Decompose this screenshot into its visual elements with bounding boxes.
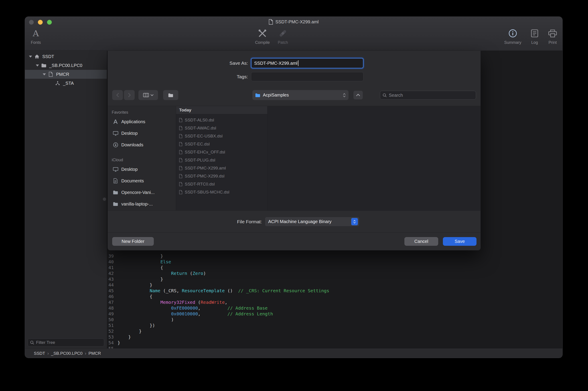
chevron-up-icon — [356, 94, 360, 96]
file-item-label: SSDT-EC-USBX.dsl — [185, 134, 223, 139]
up-button[interactable] — [353, 91, 363, 99]
code-line: 49 0x00010000, // Address Length — [107, 311, 562, 317]
file-item-ssdt-ec-dsl[interactable]: SSDT-EC.dsl — [176, 140, 267, 148]
forward-button[interactable] — [124, 90, 135, 100]
preview-column — [267, 106, 480, 210]
search-icon — [383, 93, 387, 98]
chevron-right-icon — [128, 93, 131, 98]
save-button[interactable]: Save — [443, 237, 476, 246]
file-item-ssdt-awac-dsl[interactable]: SSDT-AWAC.dsl — [176, 124, 267, 132]
tree-sidebar: SSDT_SB.PC00.LPC0PMCR_STA Filter Tree — [25, 51, 107, 348]
filter-tree-input[interactable]: Filter Tree — [28, 339, 104, 347]
search-field[interactable]: Search — [380, 91, 476, 100]
view-mode-button[interactable] — [138, 90, 158, 100]
tree-item-sb-pc00-lpc0[interactable]: _SB.PC00.LPC0 — [25, 61, 107, 70]
code-line: 44 } — [107, 282, 562, 288]
file-icon — [179, 134, 183, 138]
tree-item-sta[interactable]: _STA — [25, 79, 107, 88]
folder-icon — [255, 93, 260, 98]
files-list: SSDT-ALS0.dslSSDT-AWAC.dslSSDT-EC-USBX.d… — [176, 114, 267, 196]
code-text: Else — [118, 259, 171, 265]
sheet-sidebar-item-label: Documents — [121, 178, 144, 184]
code-line: 43 } — [107, 276, 562, 282]
tree-item-label: _STA — [63, 81, 74, 86]
sheet-sidebar-section-header: Favorites — [108, 109, 176, 116]
toolbar-patch-label: Patch — [273, 40, 293, 45]
toolbar-compile-button[interactable]: Compile — [252, 26, 272, 49]
sheet-sidebar-section-header: iCloud — [108, 156, 176, 164]
line-number: 55 — [107, 346, 114, 348]
disclosure-triangle-icon[interactable] — [36, 65, 41, 67]
file-item-ssdt-als0-dsl[interactable]: SSDT-ALS0.dsl — [176, 116, 267, 124]
sheet-sidebar-item-applications[interactable]: Applications — [108, 116, 176, 127]
tags-input[interactable] — [251, 72, 363, 81]
file-item-ssdt-ec-usbx-dsl[interactable]: SSDT-EC-USBX.dsl — [176, 132, 267, 140]
tree-item-pmcr[interactable]: PMCR — [25, 70, 107, 79]
desktop-icon — [113, 131, 118, 136]
sheet-sidebar-item-documents[interactable]: Documents — [108, 175, 176, 187]
sheet-sidebar-item-downloads[interactable]: Downloads — [108, 139, 176, 151]
file-item-ssdt-plug-dsl[interactable]: SSDT-PLUG.dsl — [176, 156, 267, 164]
tree-item-ssdt[interactable]: SSDT — [25, 52, 107, 61]
file-icon — [179, 166, 183, 170]
code-text: Return (Zero) — [118, 271, 206, 276]
save-as-value: SSDT-PMC-X299.aml — [254, 61, 298, 66]
search-icon — [30, 341, 34, 345]
applications-icon — [113, 119, 118, 124]
code-text: 0xFE000000, // Address Base — [118, 305, 267, 311]
sheet-sidebar-item-label: Opencore-Vani... — [121, 190, 155, 195]
sheet-sidebar-item-desktop[interactable]: Desktop — [108, 164, 176, 175]
code-line: 46 { — [107, 293, 562, 299]
chevron-left-icon — [116, 93, 119, 98]
code-text: }) — [118, 322, 155, 328]
cancel-button[interactable]: Cancel — [404, 237, 438, 246]
sheet-sidebar-item-vanilla-laptop[interactable]: vanilla-laptop-... — [108, 198, 176, 210]
file-item-ssdt-ehcx-off-dsl[interactable]: SSDT-EHCx_OFF.dsl — [176, 148, 267, 156]
line-number: 41 — [107, 265, 114, 271]
new-folder-button[interactable]: New Folder — [112, 237, 154, 246]
save-dialog-sheet: Save As: SSDT-PMC-X299.aml Tags: AcpiSam… — [108, 51, 481, 250]
save-as-input[interactable]: SSDT-PMC-X299.aml — [251, 58, 363, 68]
sheet-sidebar-item-desktop[interactable]: Desktop — [108, 127, 176, 139]
sheet-sidebar-item-opencore-vani[interactable]: Opencore-Vani... — [108, 187, 176, 198]
toolbar-compile-label: Compile — [252, 40, 272, 45]
file-browser: FavoritesApplicationsDesktopDownloadsiCl… — [108, 106, 480, 211]
print-icon — [544, 26, 562, 40]
chevron-down-icon — [150, 94, 154, 96]
file-item-label: SSDT-PLUG.dsl — [185, 158, 215, 163]
titlebar: SSDT-PMC-X299.aml A Fonts Compile Patch … — [25, 17, 562, 51]
file-icon — [179, 150, 183, 154]
toolbar-fonts-button[interactable]: A Fonts — [25, 26, 47, 49]
file-item-ssdt-rtc0-dsl[interactable]: SSDT-RTC0.dsl — [176, 180, 267, 188]
file-item-ssdt-sbus-mchc-dsl[interactable]: SSDT-SBUS-MCHC.dsl — [176, 188, 267, 196]
file-item-ssdt-pmc-x299-aml[interactable]: SSDT-PMC-X299.aml — [176, 164, 267, 172]
file-icon — [179, 182, 183, 186]
file-item-label: SSDT-RTC0.dsl — [185, 182, 215, 187]
splitter-handle[interactable] — [103, 197, 106, 201]
file-icon — [179, 190, 183, 195]
toolbar-print-button[interactable]: Print — [544, 26, 562, 49]
line-number: 40 — [107, 259, 114, 265]
file-format-popup[interactable]: ACPI Machine Language Binary — [265, 217, 359, 226]
line-number: 50 — [107, 317, 114, 322]
disclosure-triangle-icon[interactable] — [29, 56, 34, 58]
sheet-sidebar-item-label: vanilla-laptop-... — [121, 201, 153, 207]
toolbar-patch-button[interactable]: Patch — [273, 26, 293, 49]
folder-button[interactable] — [163, 90, 178, 100]
line-number: 43 — [107, 276, 114, 282]
sheet-sidebar-item-label: Applications — [121, 119, 145, 124]
disclosure-triangle-icon[interactable] — [43, 73, 48, 75]
toolbar-summary-button[interactable]: Summary — [504, 26, 522, 49]
code-line: 53 } — [107, 334, 562, 340]
toolbar-fonts-label: Fonts — [25, 40, 47, 45]
sheet-sidebar-item-label: Desktop — [121, 131, 137, 136]
file-item-ssdt-pmc-x299-dsl[interactable]: SSDT-PMC-X299.dsl — [176, 172, 267, 180]
location-popup[interactable]: AcpiSamples — [252, 90, 349, 100]
back-button[interactable] — [112, 90, 123, 100]
line-number: 44 — [107, 282, 114, 288]
code-text: { — [118, 265, 163, 271]
line-number: 48 — [107, 305, 114, 311]
footer-divider — [108, 232, 480, 233]
toolbar-log-button[interactable]: Log — [526, 26, 544, 49]
file-format-value: ACPI Machine Language Binary — [268, 219, 350, 224]
